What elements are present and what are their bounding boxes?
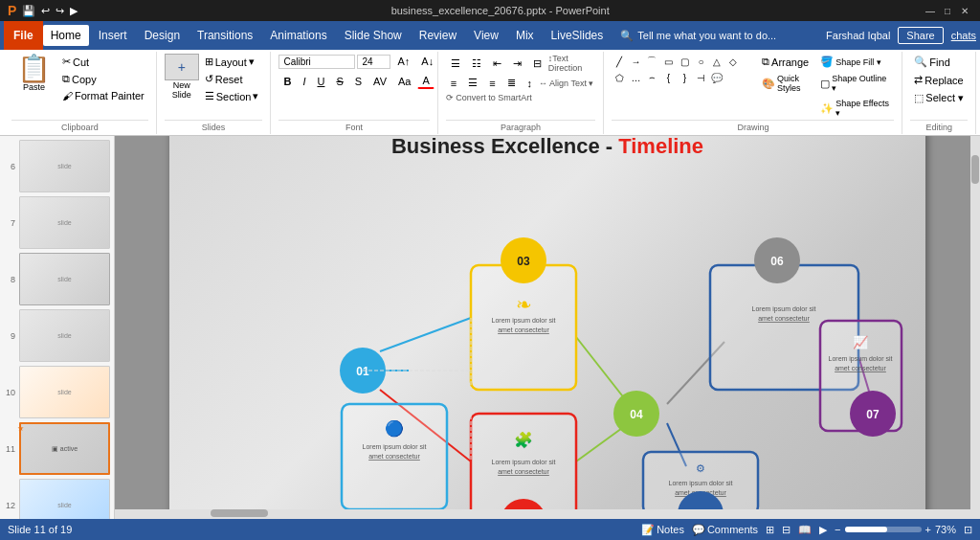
close-btn[interactable]: ✕ xyxy=(957,3,972,18)
menu-transitions[interactable]: Transitions xyxy=(189,25,260,46)
menu-design[interactable]: Design xyxy=(137,25,188,46)
copy-button[interactable]: ⧉ Copy xyxy=(58,71,148,87)
shape-fill-button[interactable]: 🪣 Shape Fill ▾ xyxy=(816,54,894,70)
slide-preview-6[interactable]: slide xyxy=(19,140,110,192)
slide-preview-11[interactable]: ▣ active xyxy=(19,422,110,475)
shadow-btn[interactable]: S xyxy=(350,74,367,89)
slide-preview-9[interactable]: slide xyxy=(19,309,110,362)
arrange-button[interactable]: ⧉ Arrange xyxy=(758,54,813,70)
slide-thumb-8[interactable]: 8 slide xyxy=(4,253,110,305)
line-spacing-btn[interactable]: ↕ xyxy=(523,76,538,91)
slide-thumb-9[interactable]: 9 slide xyxy=(4,309,110,362)
increase-font-btn[interactable]: A↑ xyxy=(392,54,414,69)
scrollbar-thumb-h[interactable] xyxy=(211,509,268,517)
scrollbar-vertical[interactable] xyxy=(970,136,980,519)
shape-brace[interactable]: } xyxy=(677,70,692,85)
increase-indent-btn[interactable]: ⇥ xyxy=(508,56,526,72)
minimize-btn[interactable]: — xyxy=(923,3,938,18)
view-slideshow-btn[interactable]: ▶ xyxy=(819,524,827,536)
menu-animations[interactable]: Animations xyxy=(262,25,334,46)
slide-preview-12[interactable]: slide xyxy=(19,479,110,519)
scrollbar-horizontal[interactable] xyxy=(115,509,970,519)
fit-slide-btn[interactable]: ⊡ xyxy=(964,524,972,536)
quick-access-save[interactable]: 💾 xyxy=(22,5,35,17)
zoom-slider[interactable] xyxy=(845,527,922,532)
numbered-list-btn[interactable]: ☷ xyxy=(467,56,486,72)
align-right-btn[interactable]: ≡ xyxy=(484,76,500,91)
share-button[interactable]: Share xyxy=(898,27,943,44)
slide-preview-10[interactable]: slide xyxy=(19,366,110,418)
scrollbar-thumb-v[interactable] xyxy=(971,155,979,184)
find-button[interactable]: 🔍 Find xyxy=(910,54,968,70)
view-reading-btn[interactable]: 📖 xyxy=(798,524,812,536)
replace-button[interactable]: ⇄ Replace xyxy=(910,72,968,88)
view-slide-btn[interactable]: ⊟ xyxy=(782,524,791,536)
slide-canvas[interactable]: Section - Business Excellence - Timeline xyxy=(169,136,925,519)
slide-preview-7[interactable]: slide xyxy=(19,196,110,249)
decrease-indent-btn[interactable]: ⇤ xyxy=(488,56,506,72)
new-slide-button[interactable]: + NewSlide xyxy=(165,54,199,100)
chats-link[interactable]: chats xyxy=(951,30,976,41)
layout-button[interactable]: ⊞ Layout ▾ xyxy=(201,54,263,70)
slide-preview-8[interactable]: slide xyxy=(19,253,110,305)
menu-review[interactable]: Review xyxy=(412,25,464,46)
menu-slideshow[interactable]: Slide Show xyxy=(337,25,410,46)
menu-view[interactable]: View xyxy=(466,25,506,46)
shape-rounded-rect[interactable]: ▢ xyxy=(677,54,692,69)
shape-diamond[interactable]: ◇ xyxy=(725,54,741,69)
change-case-btn[interactable]: Aa xyxy=(393,74,415,89)
columns-btn[interactable]: ⊟ xyxy=(528,56,546,72)
shape-connector[interactable]: ⊣ xyxy=(693,70,708,85)
strikethrough-btn[interactable]: S xyxy=(331,74,347,89)
shape-line[interactable]: ╱ xyxy=(612,54,627,69)
shape-curve[interactable]: ⌒ xyxy=(644,54,659,69)
paste-button[interactable]: 📋 Paste xyxy=(11,54,56,94)
slide-thumb-6[interactable]: 6 slide xyxy=(4,140,110,192)
shape-bracket[interactable]: { xyxy=(660,70,676,85)
font-size-input[interactable] xyxy=(357,55,390,69)
justify-btn[interactable]: ≣ xyxy=(502,75,521,91)
font-color-btn[interactable]: A xyxy=(417,73,434,89)
cut-button[interactable]: ✂ Cut xyxy=(58,54,148,70)
shape-rect[interactable]: ▭ xyxy=(660,54,676,69)
slide-thumb-12[interactable]: 12 slide xyxy=(4,479,110,519)
reset-button[interactable]: ↺ Reset xyxy=(201,71,263,87)
comments-button[interactable]: 💬 Comments xyxy=(692,524,758,536)
shape-oval[interactable]: ○ xyxy=(693,54,708,69)
shape-effects-button[interactable]: ✨ Shape Effects ▾ xyxy=(816,97,894,120)
bullet-list-btn[interactable]: ☰ xyxy=(446,56,465,72)
menu-file[interactable]: File xyxy=(4,21,43,50)
align-left-btn[interactable]: ≡ xyxy=(446,76,461,91)
quick-access-redo[interactable]: ↪ xyxy=(56,5,64,17)
search-tell-me[interactable]: 🔍 Tell me what you want to do... xyxy=(612,25,784,46)
decrease-font-btn[interactable]: A↓ xyxy=(416,54,438,69)
font-name-input[interactable] xyxy=(278,55,355,69)
shape-callout[interactable]: 💬 xyxy=(709,70,724,85)
view-normal-btn[interactable]: ⊞ xyxy=(766,524,774,536)
underline-btn[interactable]: U xyxy=(312,74,329,89)
shape-arc[interactable]: ⌢ xyxy=(644,70,659,85)
align-center-btn[interactable]: ☰ xyxy=(463,75,482,91)
quick-access-present[interactable]: ▶ xyxy=(70,5,78,17)
slide-thumb-11[interactable]: 11 ★ ▣ active xyxy=(4,422,110,475)
zoom-out-btn[interactable]: − xyxy=(835,524,840,535)
bold-btn[interactable]: B xyxy=(278,74,296,89)
quick-access-undo[interactable]: ↩ xyxy=(41,5,50,17)
quick-styles-button[interactable]: 🎨 QuickStyles xyxy=(758,72,813,95)
menu-home[interactable]: Home xyxy=(43,25,89,46)
select-button[interactable]: ⬚ Select ▾ xyxy=(910,90,968,106)
format-painter-button[interactable]: 🖌 Format Painter xyxy=(58,88,148,103)
shape-arrow[interactable]: → xyxy=(628,54,643,69)
align-text-btn[interactable]: ↔ Align Text ▾ xyxy=(539,79,593,88)
menu-liveslides[interactable]: LiveSlides xyxy=(544,25,612,46)
section-button[interactable]: ☰ Section ▾ xyxy=(201,88,263,104)
menu-insert[interactable]: Insert xyxy=(91,25,135,46)
slide-thumb-7[interactable]: 7 slide xyxy=(4,196,110,249)
shape-triangle[interactable]: △ xyxy=(709,54,724,69)
shape-outline-button[interactable]: ▢ Shape Outline ▾ xyxy=(816,72,894,95)
shape-more[interactable]: … xyxy=(628,70,643,85)
text-direction-btn[interactable]: ↕Text Direction xyxy=(548,54,596,73)
char-spacing-btn[interactable]: AV xyxy=(368,74,391,89)
menu-mix[interactable]: Mix xyxy=(508,25,542,46)
convert-smartart-btn[interactable]: ⟳ Convert to SmartArt xyxy=(446,93,532,102)
